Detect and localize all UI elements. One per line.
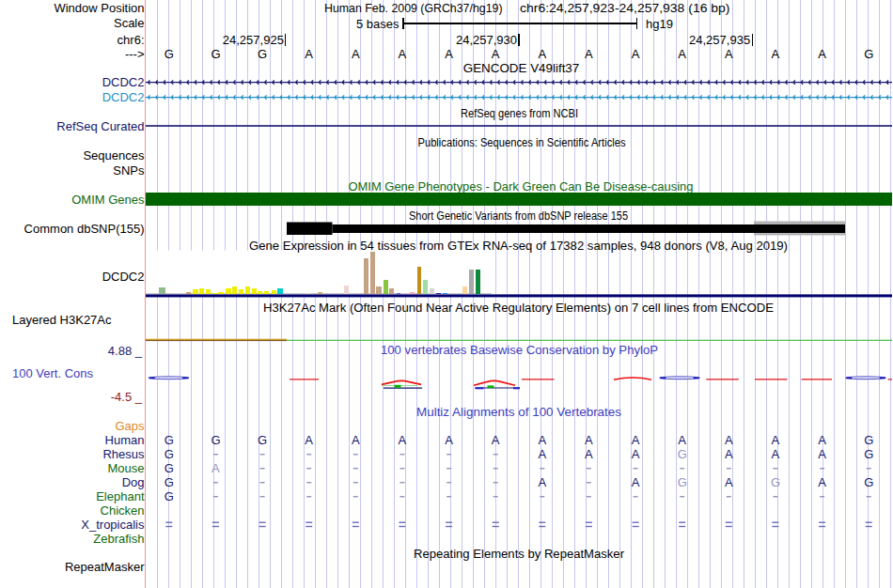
svg-text:A: A xyxy=(212,461,220,475)
svg-text:Common dbSNP(155): Common dbSNP(155) xyxy=(24,222,145,236)
svg-text:A: A xyxy=(818,47,826,61)
svg-text:24,257,935: 24,257,935 xyxy=(689,33,750,47)
svg-text:DCDC2: DCDC2 xyxy=(102,75,145,89)
svg-text:A: A xyxy=(445,433,453,447)
svg-text:G: G xyxy=(864,47,873,61)
svg-text:G: G xyxy=(864,475,873,489)
svg-text:G: G xyxy=(164,47,174,61)
svg-text:Sequences: Sequences xyxy=(83,148,145,162)
svg-text:Human: Human xyxy=(105,433,145,447)
svg-text:100 Vert. Cons: 100 Vert. Cons xyxy=(12,366,93,380)
svg-text:A: A xyxy=(305,47,313,61)
svg-text:Publications: Sequences in Sci: Publications: Sequences in Scientific Ar… xyxy=(418,136,626,149)
svg-text:DCDC2: DCDC2 xyxy=(102,90,145,104)
svg-text:24,257,925: 24,257,925 xyxy=(223,33,284,47)
svg-text:Dog: Dog xyxy=(122,475,145,489)
svg-text:G: G xyxy=(211,47,220,61)
svg-text:G: G xyxy=(211,433,220,447)
svg-text:A: A xyxy=(818,433,826,447)
svg-text:OMIM Gene Phenotypes - Dark Gr: OMIM Gene Phenotypes - Dark Green Can Be… xyxy=(349,180,694,193)
svg-text:Multiz Alignments of 100 Verte: Multiz Alignments of 100 Vertebrates xyxy=(416,406,621,419)
svg-text:A: A xyxy=(772,433,780,447)
svg-text:A: A xyxy=(399,47,407,61)
svg-text:A: A xyxy=(538,47,546,61)
svg-text:A: A xyxy=(538,433,546,447)
svg-text:G: G xyxy=(678,447,687,461)
svg-text:G: G xyxy=(864,433,873,447)
svg-text:H3K27Ac Mark (Often Found Near: H3K27Ac Mark (Often Found Near Active Re… xyxy=(263,302,774,315)
svg-text:A: A xyxy=(678,433,686,447)
svg-text:A: A xyxy=(725,475,733,489)
svg-text:A: A xyxy=(632,433,640,447)
svg-text:G: G xyxy=(164,489,174,503)
svg-text:Window Position: Window Position xyxy=(54,1,144,15)
svg-text:Human Feb. 2009 (GRCh37/hg19): Human Feb. 2009 (GRCh37/hg19) xyxy=(324,1,503,15)
svg-text:Scale: Scale xyxy=(114,16,145,30)
svg-text:4.88 _: 4.88 _ xyxy=(108,344,143,358)
svg-text:Zebrafish: Zebrafish xyxy=(93,532,144,546)
svg-text:A: A xyxy=(725,433,733,447)
svg-text:Short Genetic Variants from db: Short Genetic Variants from dbSNP releas… xyxy=(409,209,628,223)
svg-text:OMIM Genes: OMIM Genes xyxy=(71,193,145,207)
svg-text:Repeating Elements by RepeatMa: Repeating Elements by RepeatMasker xyxy=(414,548,624,561)
svg-text:G: G xyxy=(678,475,687,489)
svg-text:5 bases: 5 bases xyxy=(356,17,400,31)
svg-text:GENCODE V49lift37: GENCODE V49lift37 xyxy=(463,61,580,75)
svg-text:Elephant: Elephant xyxy=(96,489,145,503)
svg-text:G: G xyxy=(864,447,873,461)
svg-text:G: G xyxy=(164,475,174,489)
svg-text:hg19: hg19 xyxy=(646,17,673,31)
svg-text:A: A xyxy=(725,47,733,61)
svg-text:Layered H3K27Ac: Layered H3K27Ac xyxy=(12,313,112,327)
svg-text:A: A xyxy=(632,475,640,489)
svg-text:A: A xyxy=(492,47,500,61)
svg-text:SNPs: SNPs xyxy=(113,163,145,178)
svg-text:--->: ---> xyxy=(125,47,145,61)
svg-text:A: A xyxy=(585,447,593,461)
svg-text:Rhesus: Rhesus xyxy=(102,447,145,461)
svg-text:G: G xyxy=(258,433,267,447)
svg-text:A: A xyxy=(772,47,780,61)
svg-text:A: A xyxy=(632,447,640,461)
svg-text:A: A xyxy=(445,47,453,61)
svg-text:Gaps: Gaps xyxy=(115,419,145,433)
svg-text:RefSeq Curated: RefSeq Curated xyxy=(56,119,144,133)
svg-text:A: A xyxy=(399,433,407,447)
svg-text:A: A xyxy=(305,433,313,447)
svg-text:G: G xyxy=(771,475,780,489)
svg-text:A: A xyxy=(538,475,546,489)
svg-text:Chicken: Chicken xyxy=(101,503,145,518)
svg-text:A: A xyxy=(352,47,360,61)
svg-text:A: A xyxy=(818,447,826,461)
svg-text:G: G xyxy=(258,47,267,61)
svg-text:A: A xyxy=(678,47,686,61)
svg-text:A: A xyxy=(585,433,593,447)
svg-text:A: A xyxy=(725,447,733,461)
svg-text:G: G xyxy=(164,433,174,447)
svg-text:G: G xyxy=(164,447,174,461)
svg-text:RepeatMasker: RepeatMasker xyxy=(65,560,145,574)
svg-text:100 vertebrates Basewise Conse: 100 vertebrates Basewise Conservation by… xyxy=(381,344,658,357)
svg-text:-4.5 _: -4.5 _ xyxy=(111,390,143,404)
svg-text:X_tropicalis: X_tropicalis xyxy=(81,518,145,532)
svg-text:Gene Expression in 54 tissues: Gene Expression in 54 tissues from GTEx … xyxy=(249,240,788,253)
svg-text:A: A xyxy=(352,433,360,447)
svg-text:A: A xyxy=(492,433,500,447)
svg-text:A: A xyxy=(818,475,826,489)
svg-text:Mouse: Mouse xyxy=(107,461,144,475)
svg-text:A: A xyxy=(538,447,546,461)
svg-text:A: A xyxy=(632,47,640,61)
svg-text:A: A xyxy=(585,47,593,61)
svg-text:DCDC2: DCDC2 xyxy=(102,270,145,284)
svg-text:RefSeq genes from NCBI: RefSeq genes from NCBI xyxy=(461,107,578,120)
svg-text:24,257,930: 24,257,930 xyxy=(456,33,517,47)
svg-text:chr6:24,257,923-24,257,938 (16: chr6:24,257,923-24,257,938 (16 bp) xyxy=(520,1,730,15)
svg-text:chr6:: chr6: xyxy=(118,33,145,47)
svg-text:A: A xyxy=(772,447,780,461)
svg-text:G: G xyxy=(164,461,174,475)
